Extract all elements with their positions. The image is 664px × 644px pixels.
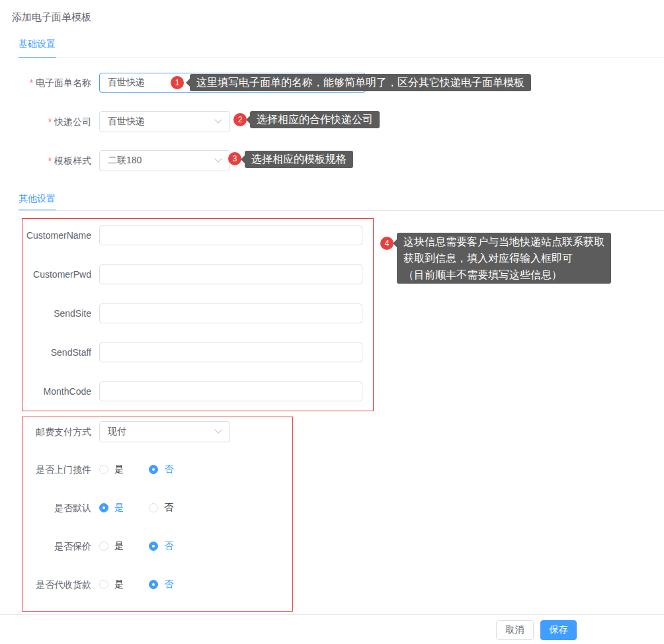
tabs-divider-basic <box>19 58 664 58</box>
tabs-divider-other <box>19 210 664 211</box>
template-style-label: 模板样式 <box>0 150 91 171</box>
waybill-name-tooltip: 这里填写电子面单的名称，能够简单明了，区分其它快递电子面单模板 <box>190 74 531 91</box>
courier-company-value: 百世快递 <box>108 116 145 128</box>
step-badge-3: 3 <box>228 152 241 165</box>
tooltip-arrow-icon <box>186 79 190 87</box>
account-info-tooltip-line3: （目前顺丰不需要填写这些信息） <box>403 266 604 283</box>
template-style-value: 二联180 <box>108 155 142 167</box>
courier-company-tooltip-text: 选择相应的合作快递公司 <box>257 114 373 125</box>
chevron-down-icon <box>214 116 222 123</box>
cancel-button[interactable]: 取消 <box>496 620 534 640</box>
waybill-name-label: 电子面单名称 <box>0 73 91 93</box>
template-style-select[interactable]: 二联180 <box>99 150 230 171</box>
account-info-tooltip: 这块信息需要客户与当地快递站点联系获取 获取到信息，填入对应得输入框即可 （目前… <box>397 233 611 284</box>
footer-divider <box>0 614 664 615</box>
account-info-tooltip-line1: 这块信息需要客户与当地快递站点联系获取 <box>403 233 604 250</box>
tab-other-settings[interactable]: 其他设置 <box>19 193 56 205</box>
step-badge-2: 2 <box>233 113 247 126</box>
account-info-highlight-box <box>22 218 374 411</box>
chevron-down-icon <box>214 155 222 162</box>
step-badge-1: 1 <box>171 76 184 89</box>
template-style-tooltip-text: 选择相应的模板规格 <box>251 153 347 165</box>
step-badge-4: 4 <box>380 237 394 250</box>
courier-company-label: 快递公司 <box>0 111 91 132</box>
template-style-tooltip: 选择相应的模板规格 <box>245 151 353 168</box>
account-info-tooltip-line2: 获取到信息，填入对应得输入框即可 <box>403 250 604 266</box>
waybill-name-tooltip-text: 这里填写电子面单的名称，能够简单明了，区分其它快递电子面单模板 <box>196 77 524 88</box>
courier-company-tooltip: 选择相应的合作快递公司 <box>250 111 380 128</box>
tab-basic-settings[interactable]: 基础设置 <box>19 38 56 50</box>
add-waybill-template-page: 添加电子面单模板 基础设置 电子面单名称 1 这里填写电子面单的名称，能够简单明… <box>0 0 664 644</box>
page-title: 添加电子面单模板 <box>12 11 91 24</box>
courier-company-select[interactable]: 百世快递 <box>99 111 230 132</box>
save-button[interactable]: 保存 <box>540 620 577 640</box>
options-highlight-box <box>22 417 293 612</box>
